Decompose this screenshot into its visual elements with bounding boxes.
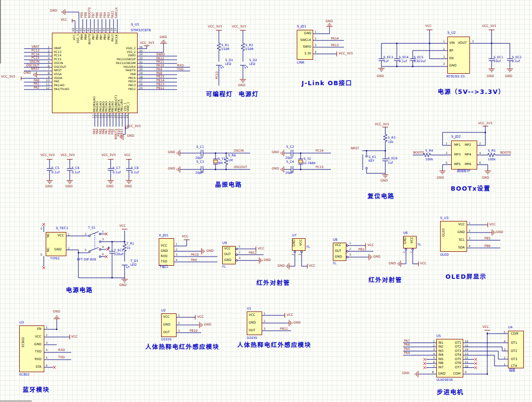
component-ref: S_C2: [286, 145, 294, 149]
power-net-label: VCC: [287, 313, 293, 317]
uln-input-nets: PA7PA6PA5PA4: [404, 339, 410, 356]
gnd-symbol: [67, 179, 73, 183]
component-ref: T_EC1: [114, 249, 124, 252]
mcu-bottom-pin-names: PA3/RX/AOPA4/AOPA5/AOPA6/AOPA7/AOPB0/AOP…: [93, 82, 129, 112]
wires-ir1: [238, 249, 307, 266]
component-ref: S_R4: [425, 149, 433, 153]
component-value: 0.1uf: [113, 171, 121, 174]
pin-contact: [346, 245, 348, 246]
wires-bt: [44, 320, 71, 367]
power-net-label: VCC_3V3: [1, 75, 15, 78]
mcu-left-pin-numbers: 123456789101112: [41, 46, 50, 91]
pin-name: GND: [404, 237, 407, 244]
component-ref: S_R3: [388, 136, 395, 140]
component-value: 20pF: [195, 156, 203, 160]
gnd-symbol: [327, 24, 333, 28]
component-ref: S_D2: [249, 59, 257, 62]
designator: S_JD2: [451, 135, 461, 139]
power-net-label: VCC: [182, 235, 189, 238]
gnd-symbol: [198, 322, 203, 328]
power-net-label: GND: [380, 179, 388, 182]
section-title: 复位电路: [367, 193, 394, 199]
component-ref: T_R1: [127, 242, 134, 246]
power-net-label: VCC: [61, 18, 67, 22]
designator: X_JD1: [159, 234, 168, 237]
power-net-label: VCC_3V3: [140, 41, 154, 45]
power-net-label: GND: [50, 9, 57, 13]
power-net-label: VCC_3V3: [101, 154, 116, 157]
net-label: PB10: [190, 329, 198, 333]
capacitor-symbol: [201, 150, 203, 156]
switch-contact: [99, 248, 101, 250]
resistor-symbol: [383, 133, 387, 143]
section-title: 步进电机: [437, 389, 464, 395]
component-value: 1uf: [388, 161, 393, 165]
power-net-label: VCC: [71, 335, 78, 338]
reg-left-pin-numbers: 1233: [443, 40, 445, 70]
wires-jlink: [313, 28, 344, 54]
pin-number: 4: [102, 246, 104, 248]
junction-dot: [396, 43, 398, 44]
power-net-label: GND: [496, 231, 503, 234]
net-label: PA9: [191, 259, 197, 262]
component-value: 1k: [127, 246, 130, 250]
pin-name: GND: [54, 248, 62, 251]
designator: U8: [333, 238, 338, 242]
component-value: 510R: [221, 48, 229, 51]
part-name: KFT DIP-8X8: [77, 258, 96, 261]
gnd-symbol: [240, 78, 246, 82]
pin-name: NC: [47, 247, 50, 252]
part-name: FL: [418, 243, 421, 246]
boot-names-right: MP2MP4MP6: [465, 143, 471, 172]
power-net-label: GND: [206, 249, 214, 253]
component-ref: S_EC6: [388, 157, 397, 160]
power-net-label: VCC: [489, 223, 496, 226]
power-net-label: GND: [293, 321, 301, 324]
net-label: PA14: [331, 37, 339, 40]
net-label: PA9: [156, 68, 162, 71]
net-label: BOOT0: [413, 151, 424, 155]
junction-dot: [491, 43, 493, 44]
uln-left-names: IN1IN2IN3IN4IN5IN6IN7: [438, 341, 443, 370]
power-net-label: VCC_3V3: [375, 123, 389, 126]
part-name: ECB02: [19, 373, 29, 376]
part-name: 跳线帽3P: [457, 169, 470, 173]
pin-number: 3: [102, 238, 104, 241]
pin-contact: [236, 259, 238, 261]
power-net-label: VCC_3V3: [40, 154, 55, 157]
power-net-label: GND: [272, 167, 279, 170]
net-label: PB5: [484, 237, 491, 240]
net-label: RXD: [58, 349, 65, 352]
pin-contact: [346, 256, 348, 258]
oled-pin-names: VCCGNDSCLSDA: [451, 223, 465, 254]
power-net-label: VCC_3V3: [232, 25, 246, 28]
net-label: PA0: [13, 79, 39, 82]
pin-name: OT2: [511, 350, 517, 353]
component-value: 100k: [488, 158, 495, 161]
pin-name: VCC: [54, 234, 64, 237]
capacitor-symbol: [291, 150, 293, 156]
component-value: 0.1uf: [399, 60, 407, 63]
boot-nums-right: 246: [479, 142, 481, 171]
mcu-top-net-labels: PB9PB8BOOT0PB7PB6PB5PB4PB3PA15SWCLK: [80, 1, 119, 18]
net-label: PC13: [13, 49, 39, 52]
resistor-symbol: [217, 42, 221, 52]
junction-dot: [112, 277, 113, 279]
part-name: D203S: [161, 338, 172, 341]
component-value: 32.768K: [303, 162, 316, 165]
boot-nums-left: 135: [443, 142, 447, 171]
component-ref: S_K1: [368, 156, 376, 159]
net-label: PB11: [280, 327, 288, 331]
gnd-symbol: [288, 320, 292, 326]
gnd-symbol: [379, 67, 385, 71]
component-ref: S_D1: [225, 59, 233, 62]
power-net-label: GND: [264, 259, 271, 262]
no-connect-x: [42, 223, 45, 226]
pir2-pin-numbers: 123: [264, 312, 266, 335]
net-label: NRST: [351, 147, 359, 150]
component-ref: S_R6: [228, 154, 236, 157]
gnd-symbol: [398, 261, 402, 267]
junction-dot: [112, 241, 113, 243]
component-value: LED: [225, 63, 231, 66]
pin-number: 2: [291, 254, 294, 256]
